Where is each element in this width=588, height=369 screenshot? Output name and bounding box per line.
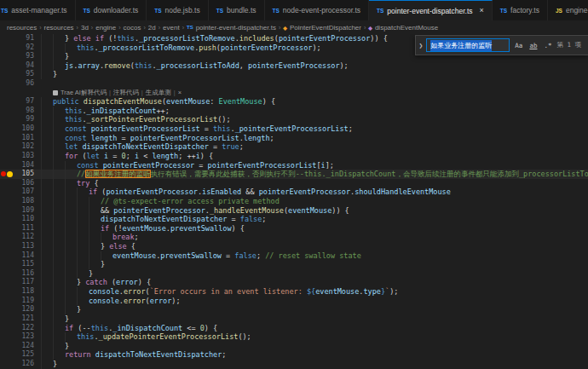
glyph-margin[interactable]: [0, 152, 13, 161]
glyph-margin[interactable]: [0, 242, 13, 251]
line-number[interactable]: 92: [13, 43, 41, 53]
glyph-margin[interactable]: [0, 342, 13, 351]
glyph-margin[interactable]: [0, 324, 13, 333]
code-line[interactable]: 114eventMouse.preventSwallow = false; //…: [0, 251, 588, 261]
code-line[interactable]: 117} catch (error) {: [0, 278, 588, 287]
glyph-margin[interactable]: [0, 79, 13, 89]
code-line[interactable]: 116}: [0, 269, 588, 279]
code-line[interactable]: 120}: [0, 305, 588, 314]
glyph-margin[interactable]: [0, 187, 13, 197]
code-line[interactable]: 101const length = pointerEventProcessorL…: [0, 134, 588, 143]
code-line[interactable]: 111if (!eventMouse.preventSwallow) {: [0, 224, 588, 234]
glyph-margin[interactable]: [0, 34, 13, 43]
line-number[interactable]: 101: [13, 134, 41, 143]
line-number[interactable]: 95: [13, 70, 41, 79]
glyph-margin[interactable]: [0, 115, 13, 124]
line-number[interactable]: 105: [13, 170, 41, 179]
line-number[interactable]: 106: [13, 179, 41, 188]
code-line[interactable]: 99this._sortPointerEventProcessorList();: [0, 115, 588, 124]
tab-factory.ts[interactable]: TSfactory.ts: [493, 0, 548, 20]
line-number[interactable]: 111: [13, 224, 41, 234]
line-number[interactable]: 96: [13, 79, 41, 89]
glyph-margin[interactable]: [0, 206, 13, 216]
code-line[interactable]: 103for (let i = 0; i < length; ++i) {: [0, 152, 588, 161]
breadcrumb-item[interactable]: cocos: [124, 24, 141, 32]
line-number[interactable]: 99: [13, 115, 41, 124]
line-number[interactable]: 116: [13, 269, 41, 279]
glyph-margin[interactable]: [0, 161, 13, 170]
breadcrumb-item[interactable]: 2d: [148, 24, 156, 32]
line-number[interactable]: 93: [13, 52, 41, 61]
code-line[interactable]: 105//如果业务注册的监听执行有错误，需要再此处捕获，否则执行不到--this…: [0, 170, 588, 179]
code-line[interactable]: 113} else {: [0, 242, 588, 251]
breadcrumb[interactable]: resources›resources›3d›engine›cocos›2d›e…: [0, 20, 588, 34]
code-line[interactable]: 95}: [0, 70, 588, 79]
breadcrumb-item[interactable]: pointer-event-dispatcher.ts: [196, 24, 276, 32]
code-line[interactable]: 112break;: [0, 233, 588, 242]
glyph-margin[interactable]: [0, 170, 13, 179]
line-number[interactable]: 123: [13, 332, 41, 342]
code-line[interactable]: 109&& pointerEventProcessor._handleEvent…: [0, 206, 588, 216]
line-number[interactable]: 107: [13, 187, 41, 197]
codelens-action[interactable]: 注释代码: [113, 89, 139, 98]
code-line[interactable]: 126}: [0, 360, 588, 369]
glyph-margin[interactable]: [0, 142, 13, 152]
breadcrumb-item[interactable]: PointerEventDispatcher: [290, 24, 361, 32]
line-number[interactable]: 115: [13, 260, 41, 269]
match-case-button[interactable]: Aa: [513, 41, 524, 50]
glyph-margin[interactable]: [0, 251, 13, 261]
breadcrumb-item[interactable]: engine: [95, 24, 116, 32]
line-number[interactable]: 98: [13, 107, 41, 116]
glyph-margin[interactable]: [0, 61, 13, 71]
code-line[interactable]: 108// @ts-expect-error access private me…: [0, 197, 588, 206]
line-number[interactable]: 108: [13, 197, 41, 206]
breadcrumb-item[interactable]: resources: [7, 24, 37, 32]
glyph-margin[interactable]: [0, 297, 13, 306]
code-line[interactable]: 122if (--this._inDispatchCount <= 0) {: [0, 324, 588, 333]
line-number[interactable]: 113: [13, 242, 41, 251]
glyph-margin[interactable]: [0, 350, 13, 360]
tab-asset-manager.ts[interactable]: TSasset-manager.ts: [0, 0, 76, 20]
line-number[interactable]: 100: [13, 124, 41, 134]
code-line[interactable]: 123this._updatePointerEventProcessorList…: [0, 332, 588, 342]
line-number[interactable]: 97: [13, 97, 41, 107]
line-number[interactable]: 118: [13, 287, 41, 297]
glyph-margin[interactable]: [0, 314, 13, 324]
glyph-margin[interactable]: [0, 278, 13, 287]
breadcrumb-item[interactable]: event: [163, 24, 180, 32]
glyph-margin[interactable]: [0, 70, 13, 79]
glyph-margin[interactable]: [0, 107, 13, 116]
whole-word-button[interactable]: ab: [527, 41, 539, 50]
code-line[interactable]: 125return dispatchToNextEventDispatcher;: [0, 350, 588, 360]
code-line[interactable]: 104const pointerEventProcessor = pointer…: [0, 161, 588, 170]
line-number[interactable]: [13, 89, 41, 98]
glyph-margin[interactable]: [0, 332, 13, 342]
glyph-margin[interactable]: [0, 224, 13, 234]
glyph-margin[interactable]: [0, 260, 13, 269]
glyph-margin[interactable]: [0, 287, 13, 297]
glyph-margin[interactable]: [0, 360, 13, 369]
code-line[interactable]: 115}: [0, 260, 588, 269]
line-number[interactable]: 103: [13, 152, 41, 161]
glyph-margin[interactable]: [0, 197, 13, 206]
tab-pointer-event-dispatcher.ts[interactable]: TSpointer-event-dispatcher.ts×: [369, 0, 493, 20]
code-line[interactable]: 98this._inDispatchCount++;: [0, 107, 588, 116]
line-number[interactable]: 125: [13, 350, 41, 360]
breadcrumb-item[interactable]: 3d: [81, 24, 89, 32]
code-line[interactable]: 97public dispatchEventMouse(eventMouse: …: [0, 97, 588, 107]
code-line[interactable]: 110dispatchToNextEventDispatcher = false…: [0, 215, 588, 224]
glyph-margin[interactable]: [0, 43, 13, 53]
glyph-margin[interactable]: [0, 179, 13, 188]
glyph-margin[interactable]: [0, 52, 13, 61]
line-number[interactable]: 124: [13, 342, 41, 351]
breakpoint-icon[interactable]: [1, 171, 6, 176]
code-line[interactable]: 124}: [0, 342, 588, 351]
tab-downloader.ts[interactable]: TSdownloader.ts: [76, 0, 147, 20]
tab-bundle.ts[interactable]: TSbundle.ts: [209, 0, 265, 20]
find-input[interactable]: 如果业务注册的监听: [426, 38, 510, 52]
line-number[interactable]: 119: [13, 297, 41, 306]
code-line[interactable]: 107if (pointerEventProcessor.isEnabled &…: [0, 187, 588, 197]
line-number[interactable]: 109: [13, 206, 41, 216]
code-line[interactable]: 119console.error(error);: [0, 297, 588, 306]
line-number[interactable]: 91: [13, 34, 41, 43]
